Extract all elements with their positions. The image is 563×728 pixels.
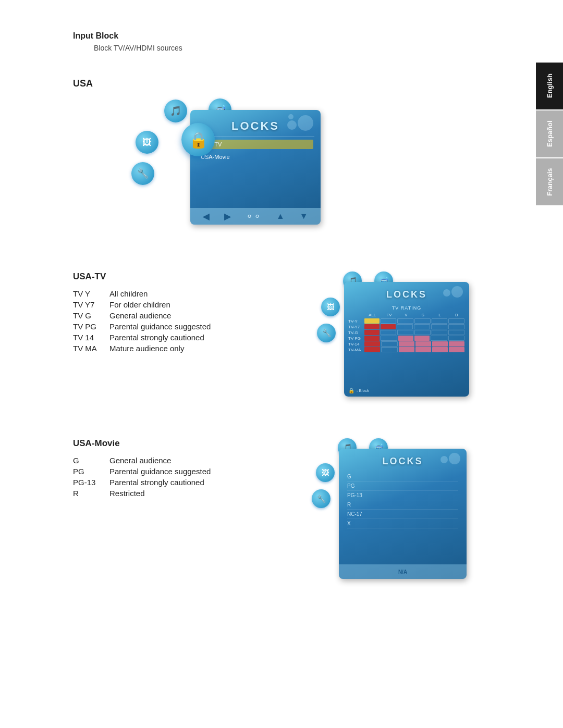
usa-tv-right: 🎵 🤿 🖼 🔧 🔒 LOCKS TV RATING ALL FV — [302, 272, 469, 412]
nav-left-icon[interactable]: ◀ — [203, 212, 209, 221]
rating-desc: Parental strongly cautioned — [109, 333, 204, 342]
rating-block — [431, 336, 447, 341]
usa-tv-left: USA-TV TV Y All children TV Y7 For older… — [73, 272, 292, 353]
rating-block — [414, 324, 430, 329]
tools-icon-sm: 🔧 — [317, 324, 336, 342]
table-row: G General audience — [73, 456, 292, 465]
rating-code: TV G — [73, 311, 109, 320]
col-s: S — [414, 313, 431, 317]
rating-code: TV 14 — [73, 333, 109, 342]
rating-code: TV PG — [73, 322, 109, 331]
music-icon: 🎵 — [164, 100, 187, 122]
rating-desc: Restricted — [109, 489, 145, 498]
rating-block — [397, 330, 413, 335]
rating-code: TV Y7 — [73, 300, 109, 309]
row-label: TV-14 — [348, 342, 364, 347]
table-row: PG Parental guidance suggested — [73, 467, 292, 476]
rating-code: PG-13 — [73, 478, 109, 487]
list-item: PG — [347, 482, 458, 491]
block-note: 🔒 : Block — [348, 388, 369, 393]
tv-rating-grid-header: ALL FV V S L D — [348, 313, 465, 317]
usa-movie-section: USA-Movie G General audience PG Parental… — [73, 438, 469, 595]
rating-code: TV Y — [73, 289, 109, 298]
input-block-section: Input Block Block TV/AV/HDMI sources — [73, 31, 469, 52]
usa-label: USA — [73, 78, 469, 89]
list-item: TV-PG — [348, 336, 465, 341]
usa-tv-screen-area: 🎵 🤿 🖼 🔧 🔒 LOCKS TV RATING ALL FV — [302, 272, 469, 412]
usa-panel-row-tv: USA-TV — [198, 140, 313, 149]
table-row: TV G General audience — [73, 311, 292, 320]
image-icon: 🖼 — [136, 131, 158, 154]
table-row: TV MA Mature audience only — [73, 344, 292, 353]
rating-block — [399, 347, 414, 352]
rating-block — [364, 330, 380, 335]
image-icon-sm: 🖼 — [321, 298, 340, 316]
movie-rating-list: G PG PG-13 R NC-17 X — [347, 472, 458, 528]
lock-icon: 🔒 — [181, 123, 215, 156]
list-item: G — [347, 472, 458, 482]
rating-block — [399, 341, 414, 347]
usa-screen-area: 🎵 🤿 🖼 🔧 🔒 LOCKS USA-TV USA-Movie — [104, 94, 323, 245]
rating-block — [414, 330, 431, 335]
usa-tv-two-col: USA-TV TV Y All children TV Y7 For older… — [73, 272, 469, 412]
col-d: D — [448, 313, 465, 317]
rating-block — [448, 336, 464, 341]
lang-tab-francais[interactable]: Français — [536, 158, 563, 205]
rating-block — [448, 318, 464, 324]
usa-movie-rating-table: G General audience PG Parental guidance … — [73, 456, 292, 498]
rating-code: R — [73, 489, 109, 498]
rating-block — [448, 330, 464, 335]
table-row: TV Y7 For older children — [73, 300, 292, 309]
rating-block — [381, 336, 397, 341]
tools-icon: 🔧 — [131, 162, 154, 185]
usa-tv-rating-table: TV Y All children TV Y7 For older childr… — [73, 289, 292, 353]
list-item: TV-G — [348, 330, 465, 335]
row-label: TV-Y — [348, 319, 364, 324]
list-item: TV-14 — [348, 341, 465, 347]
rating-desc: For older children — [109, 300, 170, 309]
rating-block — [397, 324, 413, 329]
rating-block — [431, 324, 447, 329]
nav-up-icon[interactable]: ▲ — [276, 212, 285, 221]
rating-block — [449, 347, 464, 352]
rating-desc: Parental guidance suggested — [109, 467, 211, 476]
rating-desc: Parental guidance suggested — [109, 322, 211, 331]
usa-movie-two-col: USA-Movie G General audience PG Parental… — [73, 438, 469, 595]
rating-block — [364, 336, 380, 341]
rating-block — [364, 318, 380, 324]
rating-block — [448, 324, 464, 329]
rating-block — [415, 341, 431, 347]
tv-rating-screen: LOCKS TV RATING ALL FV V S L D — [344, 282, 469, 397]
table-row: TV Y All children — [73, 289, 292, 298]
list-item: PG-13 — [347, 491, 458, 500]
rating-block — [415, 347, 431, 352]
row-label: TV-PG — [348, 336, 364, 341]
list-item: X — [347, 519, 458, 528]
col-fv: FV — [381, 313, 397, 317]
rating-block — [381, 347, 398, 352]
rating-desc: Mature audience only — [109, 344, 184, 353]
nav-right-icon[interactable]: ▶ — [224, 212, 230, 221]
movie-bottom-bar: N/A — [339, 564, 467, 579]
rating-block — [381, 318, 397, 324]
rating-block — [364, 347, 380, 352]
rating-code: TV MA — [73, 344, 109, 353]
usa-movie-screen-area: 🎵 🤿 🖼 🔧 🔒 LOCKS G PG PG-13 R — [302, 438, 469, 595]
rating-block — [432, 341, 448, 347]
image-icon-sm2: 🖼 — [316, 463, 335, 482]
rating-desc: General audience — [109, 456, 171, 465]
lang-tab-english[interactable]: English — [536, 63, 563, 109]
bubble-deco-icon: ⚬⚬ — [246, 211, 261, 222]
movie-rating-screen: LOCKS G PG PG-13 R NC-17 X N/A — [339, 449, 467, 579]
nav-down-icon[interactable]: ▼ — [300, 212, 308, 221]
rating-block — [364, 324, 380, 329]
input-block-title: Input Block — [73, 31, 469, 41]
rating-block — [432, 347, 448, 352]
col-all: ALL — [364, 313, 381, 317]
main-content: Input Block Block TV/AV/HDMI sources USA… — [0, 0, 511, 652]
row-label: TV-G — [348, 330, 364, 335]
rating-block — [449, 341, 464, 347]
table-row: PG-13 Parental strongly cautioned — [73, 478, 292, 487]
lang-tab-espanol[interactable]: Español — [536, 110, 563, 157]
table-row: TV PG Parental guidance suggested — [73, 322, 292, 331]
